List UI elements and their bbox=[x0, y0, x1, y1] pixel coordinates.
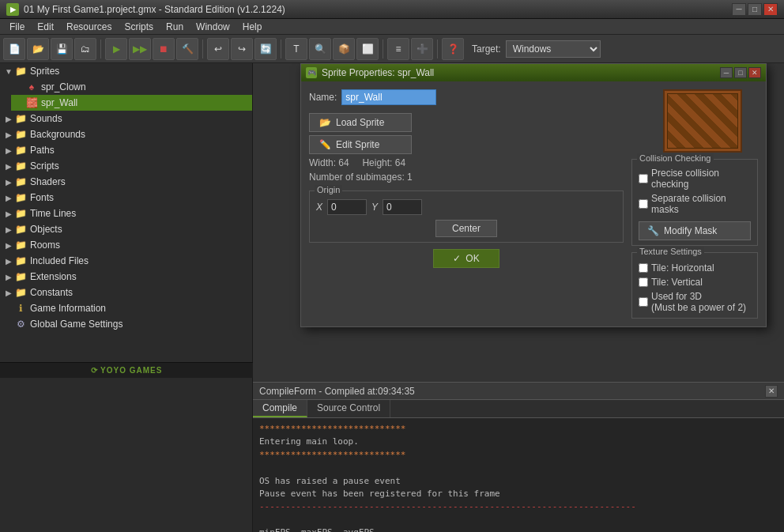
included-files-folder-icon: 📁 bbox=[14, 255, 27, 266]
font-button[interactable]: T bbox=[285, 38, 307, 60]
precise-collision-label: Precise collision checking bbox=[651, 168, 751, 190]
refresh-button[interactable]: 🔄 bbox=[254, 38, 277, 60]
tab-compile[interactable]: Compile bbox=[253, 400, 307, 417]
menu-help[interactable]: Help bbox=[236, 20, 269, 34]
timelines-arrow: ▶ bbox=[3, 208, 14, 219]
search-button[interactable]: 🔍 bbox=[309, 38, 331, 60]
sidebar-item-extensions[interactable]: ▶ 📁 Extensions bbox=[0, 269, 252, 285]
sidebar-item-timelines[interactable]: ▶ 📁 Time Lines bbox=[0, 206, 252, 221]
modify-mask-icon: 🔧 bbox=[647, 225, 659, 236]
tab-source-control[interactable]: Source Control bbox=[307, 400, 390, 417]
sidebar-item-paths[interactable]: ▶ 📁 Paths bbox=[0, 142, 252, 158]
sidebar-item-backgrounds[interactable]: ▶ 📁 Backgrounds bbox=[0, 126, 252, 142]
texture-label: Texture Settings bbox=[637, 247, 704, 256]
back-button[interactable]: ↩ bbox=[207, 38, 229, 60]
toolbar-sep-1 bbox=[100, 40, 101, 58]
load-sprite-label: Load Sprite bbox=[336, 117, 384, 128]
constants-label: Constants bbox=[30, 287, 73, 298]
sidebar-item-constants[interactable]: ▶ 📁 Constants bbox=[0, 285, 252, 300]
sprite-dialog-minimize[interactable]: ─ bbox=[720, 67, 733, 78]
sprite-dialog-maximize[interactable]: □ bbox=[734, 67, 747, 78]
sidebar-item-game-info[interactable]: ℹ Game Information bbox=[0, 300, 252, 316]
edit-sprite-label: Edit Sprite bbox=[336, 139, 379, 150]
used3d-checkbox[interactable] bbox=[639, 297, 648, 307]
target-select[interactable]: Windows Mac HTML5 bbox=[506, 40, 601, 58]
sidebar-item-global-settings[interactable]: ⚙ Global Game Settings bbox=[0, 316, 252, 332]
backgrounds-arrow: ▶ bbox=[3, 129, 14, 140]
sidebar-item-scripts[interactable]: ▶ 📁 Scripts bbox=[0, 158, 252, 174]
separate-masks-checkbox[interactable] bbox=[639, 199, 648, 209]
sidebar-item-sprites[interactable]: ▼ 📁 Sprites bbox=[0, 63, 252, 79]
menu-edit[interactable]: Edit bbox=[31, 20, 60, 34]
sidebar-item-sounds[interactable]: ▶ 📁 Sounds bbox=[0, 111, 252, 126]
maximize-button[interactable]: □ bbox=[748, 3, 762, 16]
sprite-name-input[interactable] bbox=[341, 89, 436, 105]
compile-close-button[interactable]: ✕ bbox=[765, 385, 778, 398]
load-sprite-button[interactable]: 📂 Load Sprite bbox=[309, 113, 412, 132]
sidebar-item-included-files[interactable]: ▶ 📁 Included Files bbox=[0, 253, 252, 269]
open-button[interactable]: 📂 bbox=[27, 38, 49, 60]
sidebar-item-spr-wall[interactable]: 🧱 spr_Wall bbox=[11, 95, 252, 111]
menu-scripts[interactable]: Scripts bbox=[118, 20, 160, 34]
window-controls: ─ □ ✕ bbox=[732, 3, 778, 16]
used3d-row: Used for 3D (Must be a power of 2) bbox=[639, 291, 751, 313]
add-button[interactable]: ➕ bbox=[411, 38, 433, 60]
new-button[interactable]: 📄 bbox=[3, 38, 25, 60]
origin-label: Origin bbox=[315, 185, 342, 194]
tile-v-label: Tile: Vertical bbox=[651, 277, 703, 288]
sidebar-item-shaders[interactable]: ▶ 📁 Shaders bbox=[0, 174, 252, 190]
sidebar-item-objects[interactable]: ▶ 📁 Objects bbox=[0, 221, 252, 237]
tile-v-checkbox[interactable] bbox=[639, 277, 648, 287]
compile-line-1: **************************** bbox=[259, 423, 778, 435]
sprite-dialog-close[interactable]: ✕ bbox=[748, 67, 761, 78]
compile-line-9: minFPS, maxFPS, avgFPS bbox=[259, 526, 778, 532]
menu-run[interactable]: Run bbox=[160, 20, 190, 34]
menu-file[interactable]: File bbox=[3, 20, 31, 34]
scripts-label: Scripts bbox=[30, 160, 59, 172]
menu-resources[interactable]: Resources bbox=[60, 20, 118, 34]
modify-mask-button[interactable]: 🔧 Modify Mask bbox=[639, 221, 751, 240]
origin-x-input[interactable] bbox=[327, 199, 367, 215]
rooms-label: Rooms bbox=[30, 240, 60, 251]
ok-button[interactable]: ✓ OK bbox=[433, 249, 499, 268]
tile-h-checkbox[interactable] bbox=[639, 263, 648, 273]
backgrounds-folder-icon: 📁 bbox=[14, 129, 27, 140]
sidebar-item-spr-clown[interactable]: ♠ spr_Clown bbox=[11, 79, 252, 95]
objects-arrow: ▶ bbox=[3, 224, 14, 235]
build-button[interactable]: 🔨 bbox=[176, 38, 198, 60]
collision-label: Collision Checking bbox=[637, 153, 714, 163]
save-all-button[interactable]: 🗂 bbox=[74, 38, 96, 60]
stop-button[interactable]: ⏹ bbox=[153, 38, 175, 60]
rect-button[interactable]: ⬜ bbox=[356, 38, 379, 60]
edit-sprite-button[interactable]: ✏️ Edit Sprite bbox=[309, 135, 412, 154]
title-bar: ▶ 01 My First Game1.project.gmx - Standa… bbox=[0, 0, 784, 19]
load-sprite-icon: 📂 bbox=[319, 117, 331, 128]
center-button[interactable]: Center bbox=[435, 220, 497, 237]
run-button[interactable]: ▶ bbox=[105, 38, 127, 60]
close-button[interactable]: ✕ bbox=[763, 3, 778, 16]
list-button[interactable]: ≡ bbox=[387, 38, 409, 60]
help-circle-button[interactable]: ❓ bbox=[442, 38, 464, 60]
target-label: Target: bbox=[472, 43, 501, 55]
minimize-button[interactable]: ─ bbox=[732, 3, 746, 16]
precise-collision-checkbox[interactable] bbox=[639, 174, 648, 183]
sidebar-item-rooms[interactable]: ▶ 📁 Rooms bbox=[0, 237, 252, 253]
resource-button[interactable]: 📦 bbox=[333, 38, 355, 60]
forward-button[interactable]: ↪ bbox=[231, 38, 253, 60]
modify-mask-label: Modify Mask bbox=[664, 225, 717, 236]
sounds-label: Sounds bbox=[30, 113, 62, 124]
origin-y-input[interactable] bbox=[383, 199, 422, 215]
menu-window[interactable]: Window bbox=[190, 20, 236, 34]
save-button[interactable]: 💾 bbox=[51, 38, 73, 60]
sprite-dimensions: Width: 64 Height: 64 bbox=[309, 157, 624, 168]
compile-line-4 bbox=[259, 462, 778, 474]
separate-masks-row: Separate collision masks bbox=[639, 193, 751, 215]
used3d-label: Used for 3D (Must be a power of 2) bbox=[651, 291, 746, 313]
run-debug-button[interactable]: ▶▶ bbox=[129, 38, 151, 60]
fonts-label: Fonts bbox=[30, 192, 54, 203]
paths-arrow: ▶ bbox=[3, 145, 14, 156]
compile-panel: CompileForm - Compiled at:09:34:35 ✕ Com… bbox=[253, 382, 784, 532]
tile-h-row: Tile: Horizontal bbox=[639, 262, 751, 274]
sidebar-item-fonts[interactable]: ▶ 📁 Fonts bbox=[0, 190, 252, 206]
spr-clown-icon: ♠ bbox=[25, 81, 38, 92]
